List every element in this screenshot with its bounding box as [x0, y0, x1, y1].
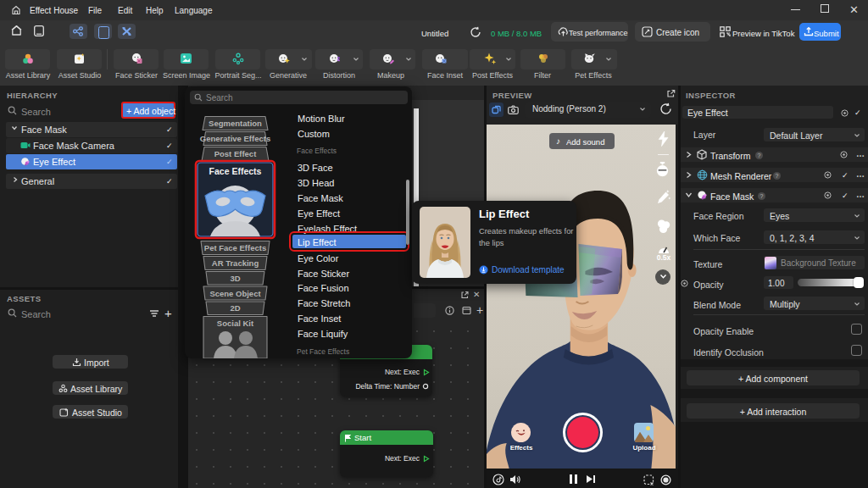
svg-text:Social Kit: Social Kit [217, 319, 254, 328]
svg-text:Face Effects: Face Effects [209, 166, 262, 176]
svg-text:AR Tracking: AR Tracking [212, 258, 259, 268]
svg-text:Scene Object: Scene Object [209, 289, 261, 298]
svg-text:Segmentation: Segmentation [209, 119, 262, 128]
svg-text:2D: 2D [230, 303, 240, 313]
svg-text:3D: 3D [230, 274, 240, 283]
svg-text:Post Effect: Post Effect [214, 149, 257, 158]
svg-text:Generative Effects: Generative Effects [200, 134, 270, 143]
svg-text:Pet Face Effects: Pet Face Effects [204, 243, 266, 252]
